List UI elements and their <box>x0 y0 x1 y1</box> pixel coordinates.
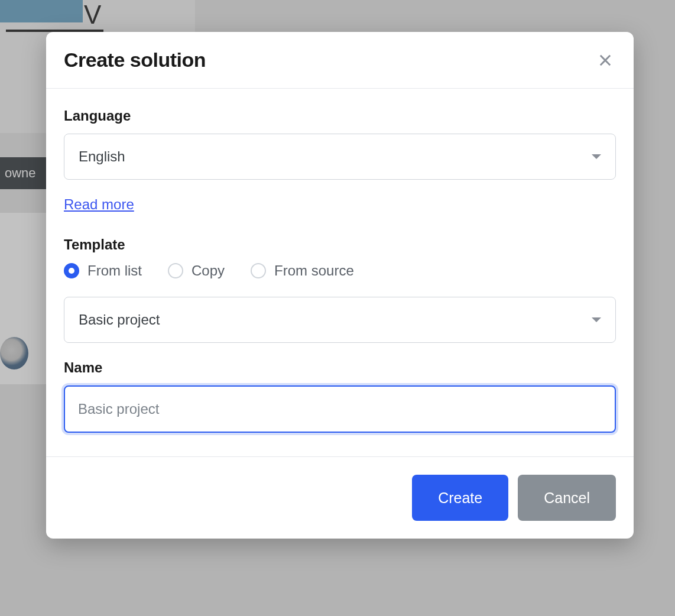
create-solution-modal: Create solution Language English Read mo… <box>46 32 634 539</box>
create-button[interactable]: Create <box>412 475 508 521</box>
radio-from-list[interactable]: From list <box>64 262 142 279</box>
modal-header: Create solution <box>46 32 634 89</box>
radio-icon <box>168 263 183 278</box>
radio-from-source[interactable]: From source <box>251 262 354 279</box>
language-section: Language English Read more <box>64 108 616 213</box>
language-select[interactable]: English <box>64 134 616 180</box>
name-input[interactable] <box>64 385 616 433</box>
chevron-down-icon <box>592 317 601 322</box>
radio-icon <box>251 263 266 278</box>
radio-label: Copy <box>192 262 225 279</box>
language-select-value: English <box>79 148 125 165</box>
modal-footer: Create Cancel <box>46 456 634 539</box>
template-select-value: Basic project <box>79 312 160 328</box>
radio-label: From source <box>274 262 354 279</box>
close-button[interactable] <box>595 50 616 71</box>
read-more-link[interactable]: Read more <box>64 196 134 213</box>
modal-body: Language English Read more Template From… <box>46 89 634 456</box>
cancel-button[interactable]: Cancel <box>518 475 616 521</box>
radio-label: From list <box>87 262 142 279</box>
language-label: Language <box>64 108 616 124</box>
chevron-down-icon <box>592 154 601 159</box>
template-section: Template From list Copy From source Basi… <box>64 236 616 343</box>
close-icon <box>597 52 614 69</box>
template-label: Template <box>64 236 616 253</box>
template-select[interactable]: Basic project <box>64 297 616 343</box>
name-label: Name <box>64 359 616 376</box>
modal-title: Create solution <box>64 48 206 72</box>
name-section: Name <box>64 359 616 433</box>
template-radio-group: From list Copy From source <box>64 262 616 279</box>
radio-icon <box>64 263 79 278</box>
radio-copy[interactable]: Copy <box>168 262 225 279</box>
